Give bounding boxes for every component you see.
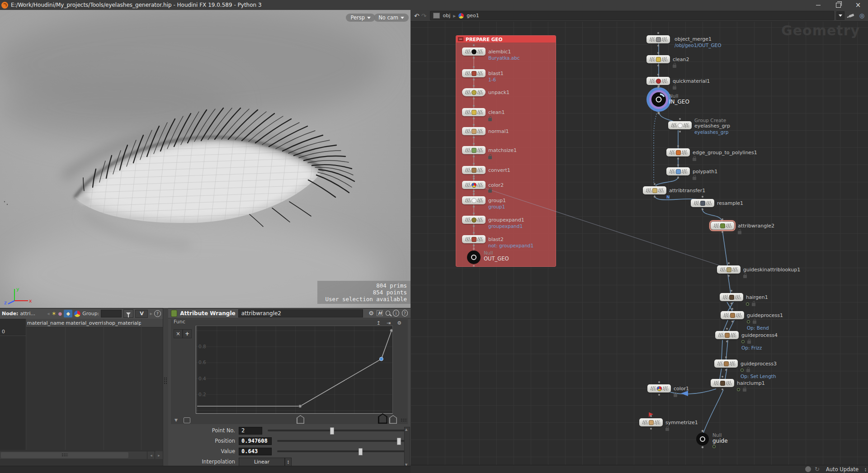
node-guideprocess1[interactable] [721,311,744,319]
refresh-icon[interactable]: ↻ [815,466,820,473]
scroll-up-icon[interactable]: ▲ [405,428,407,431]
display-dot-icon[interactable] [747,320,750,323]
point-no-input[interactable]: 2 [239,427,262,435]
houdini-help-icon[interactable]: H [377,310,383,316]
vertical-scrollbar[interactable]: ▲ ▼ [404,427,410,468]
node-unpack1[interactable] [462,88,486,96]
interpolation-dropdown[interactable]: Linear [239,458,285,466]
node-group1[interactable] [462,196,486,204]
node-blast2[interactable] [462,235,486,243]
pin-icon[interactable] [849,14,854,17]
node-guideprocess3[interactable] [714,359,738,368]
auto-update-spinner[interactable]: ▴▾ [865,467,866,472]
camera-menu-button[interactable]: No cam [374,14,409,22]
network-path-field[interactable]: obj ▸ geo1 [430,11,834,20]
node-out-geo[interactable]: OUT_GEO [484,255,509,262]
ramp-collapse-icon[interactable]: ▼ [175,418,178,422]
delete-point-button[interactable]: × [174,329,183,338]
network-editor[interactable]: Geometry ↶ ↷ obj ▸ geo1 ◎ PREPARE GEO [410,10,868,473]
display-dot-icon[interactable] [746,303,749,306]
group-filter-button[interactable] [123,309,133,318]
ramp-handle[interactable] [297,415,304,424]
horizontal-scrollbar[interactable] [0,451,156,459]
points-mode-icon[interactable]: ✶ [52,310,57,317]
scene-viewport[interactable]: Persp No cam 804 prims 854 points User s… [0,10,410,308]
value-slider[interactable] [277,450,406,452]
close-button[interactable]: × [848,0,868,10]
node-matchsize1[interactable] [462,146,486,154]
display-dot-icon[interactable] [741,340,745,343]
help-icon[interactable]: ? [402,310,408,317]
gear-menu-icon[interactable]: ⚙ [368,310,374,317]
node-eyelashes-grp[interactable] [668,121,692,129]
back-icon[interactable]: ↶ [414,12,420,19]
node-color2[interactable] [462,181,486,189]
splitter-grip[interactable] [164,377,168,384]
node-attribtransfer1[interactable] [643,186,666,194]
gear-icon[interactable]: ⚙ [397,320,401,326]
node-in-geo[interactable]: IN_GEO [669,99,689,105]
node-color1[interactable] [647,384,671,393]
node-quickmaterial1[interactable] [646,77,670,85]
value-input[interactable]: 0.643 [239,448,272,455]
node-guide[interactable]: guide [712,438,728,444]
path-dropdown-button[interactable] [836,11,844,20]
ramp-handle-selected[interactable] [378,413,387,424]
info-icon[interactable]: i [393,310,399,317]
point-no-slider[interactable] [268,430,406,431]
maximize-button[interactable] [828,0,848,10]
ramp-preset-icon[interactable] [184,417,190,423]
position-input[interactable]: 0.947608 [239,437,272,445]
auto-update-select[interactable]: Auto Update [823,466,861,473]
add-point-button[interactable]: + [183,329,192,338]
node-edge-group-to-polylines1[interactable] [666,148,690,156]
node-clean1[interactable] [462,108,486,116]
interpolation-spinner[interactable]: ▴▾ [285,458,292,466]
detail-mode-icon[interactable] [74,311,80,317]
scroll-right-button[interactable]: ▸ [155,451,163,459]
scrollbar-thumb[interactable] [1,452,128,458]
node-groupexpand1[interactable] [462,216,486,224]
node-value[interactable]: attri... [20,311,35,317]
node-normal1[interactable] [462,127,486,135]
search-icon[interactable] [386,311,390,316]
node-hairclump1[interactable] [711,379,734,387]
node-attribwrangle2[interactable] [711,222,734,230]
node-hairgen1[interactable] [720,293,743,301]
node-resample1[interactable] [691,199,714,207]
version-dropdown[interactable]: V [135,310,148,318]
play-icon[interactable]: ▸ [150,311,152,317]
scroll-left-button[interactable]: ◂ [147,451,155,459]
node-blast1[interactable] [462,69,486,77]
collapse-left-icon[interactable]: ◂ [47,311,50,317]
display-dot-icon[interactable] [741,369,744,372]
display-dot-icon[interactable] [737,388,740,391]
display-dot-icon[interactable] [712,445,716,448]
help-icon[interactable]: ? [154,310,161,317]
node-clean2[interactable] [646,55,670,63]
ramp-graph[interactable]: 0.8 0.6 0.4 0.2 [196,326,393,414]
breadcrumb-obj[interactable]: obj [443,13,450,19]
node-name-input[interactable]: attribwrangle2 [238,309,363,317]
forward-icon[interactable]: ↷ [421,12,427,19]
resize-grip[interactable] [401,418,407,422]
breadcrumb-geo1[interactable]: geo1 [467,13,479,19]
prims-mode-icon[interactable]: ◆ [64,310,72,317]
node-guideskinattriblookup1[interactable] [717,265,741,274]
node-guideprocess4[interactable] [715,331,739,339]
houdini-logo-icon [1,2,8,9]
minimize-button[interactable] [808,0,828,10]
node-alembic1[interactable] [462,47,486,56]
cook-mode-icon[interactable] [805,466,811,472]
vertex-mode-icon[interactable]: ● [58,311,62,316]
perspective-menu-button[interactable]: Persp [346,14,375,22]
node-polypath1[interactable] [666,167,690,175]
group-input[interactable] [101,310,122,317]
node-object-merge1[interactable] [646,35,670,43]
target-icon[interactable]: ◎ [859,12,864,19]
node-convert1[interactable] [462,166,486,174]
row-index-cell[interactable]: 0 [2,329,5,335]
node-symmetrize1[interactable] [639,418,663,426]
position-slider[interactable] [277,440,406,442]
ramp-handle[interactable] [389,415,397,424]
